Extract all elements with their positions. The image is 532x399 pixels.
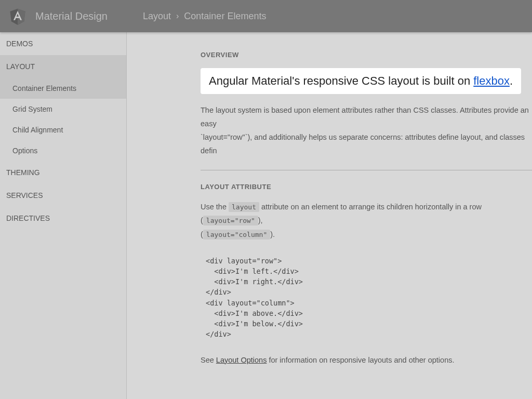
intro-text: Angular Material's responsive CSS layout…	[209, 74, 513, 87]
sidebar-item-theming[interactable]: THEMING	[0, 161, 126, 184]
app-title[interactable]: Material Design	[35, 10, 108, 22]
footer-paragraph: See Layout Options for information on re…	[201, 353, 532, 367]
code-example: <div layout="row"> <div>I'm left.</div> …	[201, 250, 532, 345]
sidebar: DEMOS LAYOUT Container Elements Grid Sys…	[0, 32, 127, 399]
angular-logo-icon[interactable]	[8, 7, 27, 25]
layout-paragraph: Use the layout attribute on an element t…	[201, 200, 532, 241]
sidebar-item-layout[interactable]: LAYOUT	[0, 55, 126, 78]
sidebar-item-demos[interactable]: DEMOS	[0, 32, 126, 55]
code-layout: layout	[229, 202, 259, 212]
sidebar-item-container-elements[interactable]: Container Elements	[0, 78, 126, 99]
chevron-right-icon: ›	[176, 11, 179, 21]
layout-attribute-heading: LAYOUT ATTRIBUTE	[201, 183, 532, 191]
main-content: OVERVIEW Angular Material's responsive C…	[127, 32, 532, 399]
app-header: Material Design Layout › Container Eleme…	[0, 0, 532, 32]
intro-callout: Angular Material's responsive CSS layout…	[201, 68, 521, 94]
sidebar-item-grid-system[interactable]: Grid System	[0, 99, 126, 119]
breadcrumb-current: Container Elements	[184, 11, 266, 22]
layout-options-link[interactable]: Layout Options	[216, 356, 267, 364]
breadcrumb: Layout › Container Elements	[143, 11, 266, 22]
overview-heading: OVERVIEW	[201, 51, 532, 59]
code-column: layout="column"	[203, 230, 270, 240]
overview-paragraph: The layout system is based upon element …	[201, 103, 532, 157]
sidebar-item-child-alignment[interactable]: Child Alignment	[0, 119, 126, 140]
sidebar-item-options[interactable]: Options	[0, 140, 126, 161]
breadcrumb-root[interactable]: Layout	[143, 11, 171, 22]
section-divider	[201, 170, 532, 170]
sidebar-item-directives[interactable]: DIRECTIVES	[0, 207, 126, 230]
flexbox-link[interactable]: flexbox	[473, 74, 510, 87]
code-row: layout="row"	[203, 216, 258, 225]
sidebar-item-services[interactable]: SERVICES	[0, 184, 126, 207]
